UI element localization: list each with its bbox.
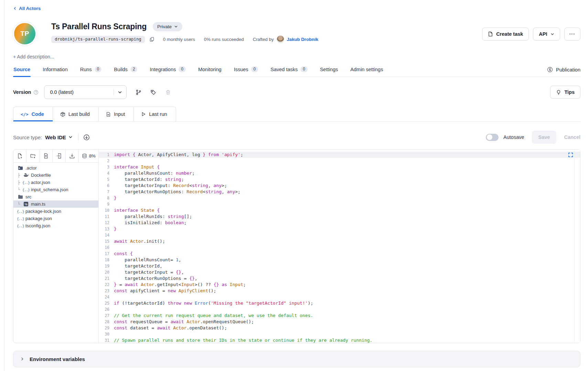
tab-issues[interactable]: Issues0 bbox=[234, 66, 259, 77]
editor-tab-last-build[interactable]: Last build bbox=[53, 107, 99, 121]
tips-button[interactable]: Tips bbox=[550, 86, 580, 99]
code-line[interactable]: 27// Get the current run request queue a… bbox=[99, 313, 580, 319]
tab-admin-settings[interactable]: Admin settings bbox=[350, 66, 383, 77]
environment-variables-panel[interactable]: Environment variables bbox=[13, 351, 580, 367]
tree-item-src[interactable]: src bbox=[13, 193, 98, 200]
version-select[interactable]: 0.0 (latest) bbox=[44, 85, 127, 99]
tab-badge: 0 bbox=[95, 66, 102, 72]
code-line[interactable]: 1import { Actor, ApifyClient, log } from… bbox=[99, 152, 580, 158]
code-line[interactable]: 4 parallelRunsCount: number; bbox=[99, 170, 580, 176]
code-line-text: // Spawn parallel runs and store their I… bbox=[114, 337, 372, 343]
code-line[interactable]: 5 targetActorId: string; bbox=[99, 176, 580, 183]
visibility-badge[interactable]: Private bbox=[153, 22, 182, 31]
editor-tab-input[interactable]: Input bbox=[99, 107, 134, 121]
upload-file-button[interactable] bbox=[40, 150, 53, 162]
code-line[interactable]: 18 parallelRunsCount= 1, bbox=[99, 257, 580, 263]
download-source-button[interactable] bbox=[83, 134, 90, 141]
code-line[interactable]: 17const { bbox=[99, 251, 580, 257]
import-file-button[interactable] bbox=[53, 150, 66, 162]
code-line[interactable]: 31// Spawn parallel runs and store their… bbox=[99, 337, 580, 343]
tab-settings[interactable]: Settings bbox=[320, 66, 338, 77]
code-line[interactable]: 28const requestQueue = await Actor.openR… bbox=[99, 319, 580, 325]
tab-source[interactable]: Source bbox=[13, 66, 31, 77]
source-type-select[interactable]: Web IDE bbox=[45, 134, 73, 140]
code-line[interactable]: 24 bbox=[99, 294, 580, 300]
fullscreen-icon[interactable] bbox=[568, 152, 573, 157]
add-description[interactable]: + Add description... bbox=[13, 54, 580, 59]
new-file-button[interactable] bbox=[13, 150, 26, 162]
storage-usage-value: 8% bbox=[89, 153, 96, 159]
publication-button[interactable]: Publication bbox=[547, 67, 580, 77]
code-line-text: } bbox=[114, 226, 117, 232]
code-line[interactable]: 2 bbox=[99, 158, 580, 164]
scrollbar-track[interactable] bbox=[574, 150, 575, 343]
tab-monitoring[interactable]: Monitoring bbox=[198, 66, 222, 77]
code-line[interactable]: 15await Actor.init(); bbox=[99, 238, 580, 244]
storage-usage[interactable]: 8% bbox=[79, 150, 98, 162]
tag-icon[interactable] bbox=[150, 89, 156, 95]
tab-builds[interactable]: Builds2 bbox=[114, 66, 138, 77]
tree-item-actor.json[interactable]: ├{..}actor.json bbox=[13, 179, 98, 186]
line-number: 25 bbox=[99, 300, 114, 306]
code-line[interactable]: 12 isInitialized: boolean; bbox=[99, 220, 580, 226]
create-task-button[interactable]: Create task bbox=[482, 28, 529, 41]
code-line[interactable]: 22} = await Actor.getInput<Input>() ?? {… bbox=[99, 282, 580, 288]
tree-item-dockerfile[interactable]: ├Dockerfile bbox=[13, 172, 98, 179]
tree-item-main.ts[interactable]: └TSmain.ts bbox=[13, 200, 98, 208]
line-number: 4 bbox=[99, 170, 114, 176]
code-line[interactable]: 25if (!targetActorId) throw new Error('M… bbox=[99, 300, 580, 306]
code-line-text: interface State { bbox=[114, 207, 160, 214]
code-line[interactable]: 23const apifyClient = new ApifyClient(); bbox=[99, 288, 580, 294]
code-line[interactable]: 19 targetActorId, bbox=[99, 263, 580, 269]
code-line[interactable]: 8} bbox=[99, 195, 580, 201]
tree-item-package.json[interactable]: {..}package.json bbox=[13, 215, 98, 222]
chevron-right-icon bbox=[20, 357, 24, 361]
editor-tab-last-run[interactable]: Last run bbox=[134, 107, 175, 121]
author-link[interactable]: Jakub Drobník bbox=[287, 37, 319, 42]
tree-item-package-lock.json[interactable]: {..}package-lock.json bbox=[13, 208, 98, 215]
autosave-label: Autosave bbox=[503, 134, 524, 140]
tab-saved-tasks[interactable]: Saved tasks0 bbox=[270, 66, 308, 77]
code-area[interactable]: 1import { Actor, ApifyClient, log } from… bbox=[99, 150, 580, 343]
tab-integrations[interactable]: Integrations0 bbox=[149, 66, 186, 77]
code-line[interactable]: 21 targetActorRunOptions = {}, bbox=[99, 275, 580, 282]
more-button[interactable]: ··· bbox=[564, 28, 581, 41]
code-line[interactable]: 7 targetActorRunOptions: Record<string, … bbox=[99, 189, 580, 195]
main-nav: SourceInformationRuns0Builds2Integration… bbox=[13, 66, 580, 77]
new-folder-button[interactable] bbox=[26, 150, 40, 162]
code-line-text: targetActorRunOptions: Record<string, an… bbox=[114, 189, 240, 195]
code-line[interactable]: 6 targetActorInput: Record<string, any>; bbox=[99, 183, 580, 189]
cancel-button[interactable]: Cancel bbox=[564, 134, 580, 140]
trash-icon[interactable] bbox=[165, 89, 171, 95]
tab-runs[interactable]: Runs0 bbox=[80, 66, 102, 77]
code-line[interactable]: 9 bbox=[99, 201, 580, 207]
help-icon[interactable] bbox=[33, 90, 39, 95]
code-line[interactable]: 11 parallelRunIds: string[]; bbox=[99, 214, 580, 220]
code-line[interactable]: 16 bbox=[99, 244, 580, 251]
tree-item-tsconfig.json[interactable]: {..}tsconfig.json bbox=[13, 222, 98, 229]
download-button[interactable] bbox=[66, 150, 79, 162]
code-line[interactable]: 10interface State { bbox=[99, 207, 580, 214]
storage-icon bbox=[82, 153, 87, 159]
line-number: 23 bbox=[99, 288, 114, 294]
api-button[interactable]: API bbox=[533, 28, 560, 41]
code-line[interactable]: 13} bbox=[99, 226, 580, 232]
tree-item-input-schema.json[interactable]: └{..}input_schema.json bbox=[13, 186, 98, 193]
code-line[interactable]: 26 bbox=[99, 306, 580, 313]
editor-tab-code[interactable]: </>Code bbox=[13, 107, 53, 121]
line-number: 7 bbox=[99, 189, 114, 195]
git-branch-icon[interactable] bbox=[136, 89, 141, 95]
crafted-by-label: Crafted by bbox=[253, 37, 274, 42]
code-line[interactable]: 30 bbox=[99, 331, 580, 337]
code-line[interactable]: 14 bbox=[99, 232, 580, 238]
autosave-toggle[interactable] bbox=[486, 134, 499, 141]
tree-item-.actor[interactable]: .actor bbox=[13, 164, 98, 172]
tab-information[interactable]: Information bbox=[42, 66, 68, 77]
code-line[interactable]: 3interface Input { bbox=[99, 164, 580, 170]
code-line[interactable]: 29const dataset = await Actor.openDatase… bbox=[99, 325, 580, 331]
code-line[interactable]: 20 targetActorInput = {}, bbox=[99, 269, 580, 275]
copy-icon[interactable] bbox=[149, 37, 154, 42]
breadcrumb[interactable]: All Actors bbox=[13, 6, 41, 11]
save-button[interactable]: Save bbox=[532, 131, 557, 144]
line-number: 29 bbox=[99, 325, 114, 331]
